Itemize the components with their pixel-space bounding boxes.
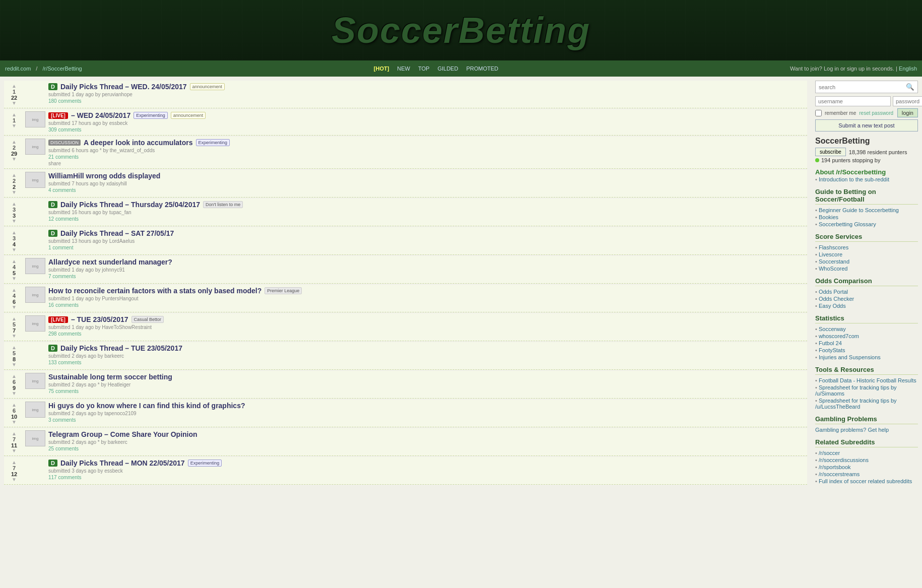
sidebar-link[interactable]: Odds Portal: [819, 289, 848, 295]
sidebar-link[interactable]: /r/soccer: [819, 450, 840, 456]
upvote-arrow[interactable]: ▲: [12, 345, 17, 350]
upvote-arrow[interactable]: ▲: [12, 374, 17, 379]
downvote-arrow[interactable]: ▼: [12, 420, 17, 425]
share-link[interactable]: share: [48, 161, 61, 166]
sidebar-link[interactable]: WhoScored: [819, 266, 847, 272]
sidebar-link[interactable]: Livescore: [819, 251, 842, 257]
intro-link[interactable]: Introduction to the sub-reddit: [819, 176, 889, 182]
upvote-arrow[interactable]: ▲: [12, 259, 17, 264]
nav-hot[interactable]: [HOT]: [374, 66, 389, 72]
post-title-link[interactable]: Allardyce next sunderland manager?: [48, 258, 172, 266]
sidebar-link[interactable]: /r/soccerstreams: [819, 471, 860, 477]
post-title-link[interactable]: Hi guys do yo know where I can find this…: [48, 402, 245, 410]
post-comments-link[interactable]: 180 comments: [48, 98, 82, 104]
post-title-link[interactable]: Daily Picks Thread – Thursday 25/04/2017: [60, 201, 200, 209]
downvote-arrow[interactable]: ▼: [12, 123, 17, 128]
post-comments-link[interactable]: 117 comments: [48, 475, 82, 480]
sidebar-link[interactable]: Bookies: [819, 214, 838, 220]
submit-post-button[interactable]: Submit a new text post: [815, 119, 918, 132]
downvote-arrow[interactable]: ▼: [12, 157, 17, 162]
downvote-arrow[interactable]: ▼: [12, 276, 17, 281]
downvote-arrow[interactable]: ▼: [12, 334, 17, 339]
post-comments-link[interactable]: 1 comment: [48, 245, 73, 250]
post-title-link[interactable]: A deeper look into accumulators: [84, 139, 193, 147]
post-title-link[interactable]: Daily Picks Thread – MON 22/05/2017: [60, 459, 185, 467]
post-comments-link[interactable]: 3 comments: [48, 417, 76, 423]
sidebar-link[interactable]: /r/sportsbook: [819, 464, 851, 470]
sidebar-link[interactable]: Injuries and Suspensions: [819, 354, 881, 360]
post-title-link[interactable]: How to reconcile certain factors with a …: [48, 287, 261, 295]
sidebar-link[interactable]: Easy Odds: [819, 303, 846, 309]
post-comments-link[interactable]: 21 comments: [48, 154, 79, 160]
post-title-link[interactable]: – WED 24/05/2017: [71, 111, 130, 119]
downvote-arrow[interactable]: ▼: [12, 391, 17, 396]
upvote-arrow[interactable]: ▲: [12, 316, 17, 321]
upvote-arrow[interactable]: ▲: [12, 173, 17, 178]
language-link[interactable]: English: [899, 66, 917, 72]
sidebar-link[interactable]: Futbol 24: [819, 340, 842, 346]
sidebar-link[interactable]: Beginner Guide to Soccerbetting: [819, 207, 899, 213]
upvote-arrow[interactable]: ▲: [12, 403, 17, 408]
sidebar-link[interactable]: Odds Checker: [819, 296, 854, 302]
upvote-arrow[interactable]: ▲: [12, 288, 17, 293]
gambling-help-link[interactable]: Gambling problems? Get help: [815, 427, 889, 433]
downvote-arrow[interactable]: ▼: [12, 190, 17, 195]
post-title-link[interactable]: Telegram Group – Come Share Your Opinion: [48, 430, 197, 438]
search-button[interactable]: 🔍: [903, 81, 917, 93]
sidebar-link[interactable]: /r/soccerdiscussions: [819, 457, 869, 463]
upvote-arrow[interactable]: ▲: [12, 112, 17, 117]
sidebar-link[interactable]: Soccerway: [819, 326, 846, 332]
post-title-link[interactable]: Sustainable long term soccer betting: [48, 373, 172, 381]
upvote-arrow[interactable]: ▲: [12, 431, 17, 436]
reddit-home-link[interactable]: reddit.com: [5, 66, 31, 72]
post-comments-link[interactable]: 12 comments: [48, 216, 79, 222]
nav-new[interactable]: NEW: [397, 66, 410, 72]
upvote-arrow[interactable]: ▲: [12, 460, 17, 465]
nav-promoted[interactable]: PROMOTED: [466, 66, 498, 72]
post-title-link[interactable]: Daily Picks Thread – SAT 27/05/17: [60, 229, 174, 237]
remember-checkbox[interactable]: [815, 110, 822, 116]
post-comments-link[interactable]: 25 comments: [48, 446, 79, 451]
post-comments-link[interactable]: 7 comments: [48, 274, 76, 279]
sidebar-link[interactable]: whoscored7com: [819, 333, 859, 339]
post-comments-link[interactable]: 298 comments: [48, 331, 82, 337]
post-comments-link[interactable]: 16 comments: [48, 302, 79, 308]
sidebar-link[interactable]: FootyStats: [819, 347, 845, 353]
post-comments-link[interactable]: 133 comments: [48, 360, 82, 365]
subscribe-button[interactable]: subscribe: [815, 148, 846, 156]
post-title-link[interactable]: WilliamHill wrong odds displayed: [48, 172, 160, 180]
post-comments-link[interactable]: 309 comments: [48, 127, 82, 133]
downvote-arrow[interactable]: ▼: [12, 362, 17, 367]
login-button[interactable]: login: [897, 108, 918, 117]
post-comments-link[interactable]: 75 comments: [48, 388, 79, 394]
post-comments-link[interactable]: 4 comments: [48, 187, 76, 193]
sidebar-link[interactable]: Full index of soccer related subreddits: [819, 478, 912, 484]
downvote-arrow[interactable]: ▼: [12, 101, 17, 106]
search-input[interactable]: [816, 82, 903, 92]
sidebar-link[interactable]: Soccerbetting Glossary: [819, 221, 876, 227]
nav-top[interactable]: TOP: [418, 66, 429, 72]
downvote-arrow[interactable]: ▼: [12, 448, 17, 453]
downvote-arrow[interactable]: ▼: [12, 247, 17, 252]
upvote-arrow[interactable]: ▲: [12, 202, 17, 207]
upvote-arrow[interactable]: ▲: [12, 84, 17, 89]
downvote-arrow[interactable]: ▼: [12, 219, 17, 224]
reset-password-link[interactable]: reset password: [859, 110, 894, 116]
sidebar-link[interactable]: Soccerstand: [819, 258, 849, 265]
about-link[interactable]: About /r/Soccerbetting: [815, 168, 886, 176]
downvote-arrow[interactable]: ▼: [12, 477, 17, 482]
sidebar-link[interactable]: Spreadsheet for tracking tips by /u/Sima…: [815, 384, 897, 397]
sidebar-link[interactable]: Football Data - Historic Football Result…: [819, 377, 916, 383]
post-title-link[interactable]: Daily Picks Thread – WED. 24/05/2017: [60, 83, 187, 91]
sidebar-link[interactable]: Spreadsheet for tracking tips by /u/Lucs…: [815, 398, 897, 410]
downvote-arrow[interactable]: ▼: [12, 305, 17, 310]
post-title-link[interactable]: – TUE 23/05/2017: [71, 315, 128, 323]
password-input[interactable]: [893, 96, 922, 106]
post-title-link[interactable]: Daily Picks Thread – TUE 23/05/2017: [60, 344, 182, 352]
subreddit-link[interactable]: /r/SoccerBetting: [42, 66, 82, 72]
upvote-arrow[interactable]: ▲: [12, 230, 17, 235]
upvote-arrow[interactable]: ▲: [12, 140, 17, 145]
sidebar-link[interactable]: Flashscores: [819, 244, 848, 250]
nav-gilded[interactable]: GILDED: [437, 66, 458, 72]
username-input[interactable]: [815, 96, 891, 106]
